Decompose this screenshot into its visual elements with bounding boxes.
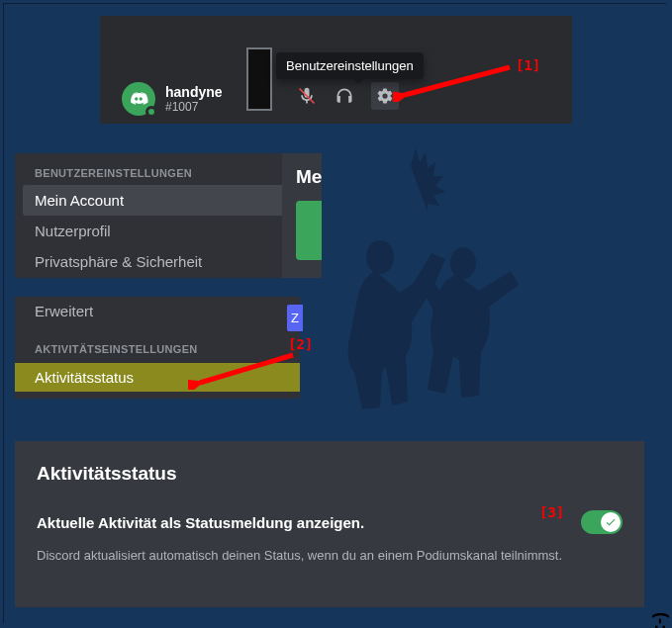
sidebar-item-privacy[interactable]: Privatsphäre & Sicherheit: [15, 246, 322, 277]
activity-description: Discord aktualisiert automatisch deinen …: [37, 548, 623, 563]
sidebar-item-activity-status[interactable]: Aktivitätsstatus: [15, 363, 300, 392]
activity-status-panel: Aktivitätsstatus Aktuelle Aktivität als …: [15, 441, 644, 607]
settings-page-title: Me: [296, 166, 322, 188]
activity-heading: Aktivitätsstatus: [37, 463, 623, 485]
status-indicator: [145, 106, 157, 118]
category-user-settings: BENUTZEREINSTELLUNGEN: [15, 153, 322, 185]
svg-point-0: [366, 240, 394, 274]
button-fragment[interactable]: Z: [287, 305, 303, 331]
category-activity-settings: AKTIVITÄTSEINSTELLUNGEN: [15, 325, 300, 361]
settings-sidebar-top: BENUTZEREINSTELLUNGEN Mein Account Nutze…: [15, 153, 322, 278]
sidebar-item-advanced[interactable]: Erweitert: [15, 297, 300, 325]
headphones-icon: [335, 86, 354, 106]
toggle-label: Aktuelle Aktivität als Statusmeldung anz…: [37, 514, 364, 531]
username: handyne: [165, 84, 223, 100]
user-panel: handyne #1007 Benutzereinstellungen: [100, 16, 572, 124]
gear-icon: [376, 87, 394, 105]
avatar[interactable]: [122, 82, 155, 116]
annotation-2: [2]: [288, 336, 313, 352]
settings-button[interactable]: [371, 82, 399, 110]
watermark: www.SoftwareOK.de :-): [649, 612, 670, 628]
settings-sidebar-bottom: Erweitert Z AKTIVITÄTSEINSTELLUNGEN Akti…: [15, 297, 300, 399]
settings-tooltip: Benutzereinstellungen: [276, 52, 424, 79]
toggle-knob: [601, 512, 621, 532]
mic-muted-icon: [297, 86, 317, 106]
sidebar-item-profile[interactable]: Nutzerprofil: [15, 216, 322, 246]
silhouette-graphic: [307, 148, 554, 435]
vertical-slider[interactable]: [246, 47, 272, 111]
discord-logo-icon: [129, 89, 148, 109]
profile-banner-fragment: [296, 201, 322, 260]
sidebar-item-account[interactable]: Mein Account: [23, 185, 314, 216]
activity-toggle[interactable]: [581, 510, 623, 534]
check-icon: [605, 516, 617, 528]
user-info[interactable]: handyne #1007: [122, 82, 223, 116]
discriminator: #1007: [165, 100, 223, 114]
annotation-3: [3]: [539, 504, 564, 520]
mute-mic-button[interactable]: [296, 85, 318, 107]
svg-point-1: [450, 247, 476, 279]
annotation-1: [1]: [516, 57, 540, 73]
deafen-button[interactable]: [334, 85, 355, 107]
